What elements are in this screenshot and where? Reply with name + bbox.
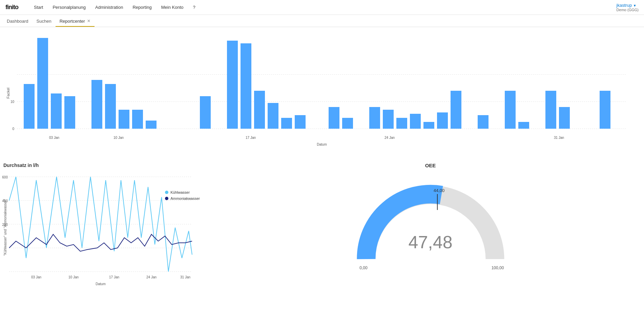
fackel-y-label: Fackel: [6, 88, 10, 99]
top-nav: finito Start Personalplanung Administrat…: [0, 0, 644, 15]
line-chart-title: Durchsatz in l/h: [3, 163, 210, 168]
legend-kuhlwasser-dot: [165, 191, 168, 194]
svg-text:100,00: 100,00: [491, 266, 504, 270]
svg-text:Datum: Datum: [317, 143, 327, 146]
svg-rect-17: [254, 91, 265, 129]
legend-ammoniakwasser: Ammoniakwasser: [165, 196, 200, 200]
user-sub: Demo (GGG): [617, 8, 639, 12]
bottom-row: Durchsatz in l/h "Kühlwasser" und "Ammon…: [0, 159, 644, 301]
svg-text:17 Jan: 17 Jan: [109, 275, 119, 279]
svg-rect-30: [478, 115, 489, 129]
nav-meinkonto[interactable]: Mein Konto: [157, 0, 188, 15]
svg-rect-27: [423, 122, 434, 129]
svg-rect-28: [437, 112, 448, 129]
line-chart-legend: Kühlwasser Ammoniakwasser: [165, 190, 200, 200]
svg-rect-6: [37, 38, 48, 129]
svg-rect-20: [295, 115, 306, 129]
tab-dashboard[interactable]: Dashboard: [3, 16, 33, 27]
legend-ammoniakwasser-dot: [165, 197, 168, 200]
svg-text:Datum: Datum: [96, 282, 105, 286]
svg-text:44,00: 44,00: [433, 188, 444, 193]
line-chart-y-label: "Kühlwasser" und "Ammoniakwasser": [3, 199, 7, 256]
svg-rect-26: [410, 114, 421, 129]
svg-rect-29: [451, 91, 461, 129]
svg-rect-8: [64, 96, 75, 129]
fackel-bar-chart: 0 10: [17, 34, 633, 149]
user-area[interactable]: jkastrup ▼ Demo (GGG): [617, 3, 639, 12]
legend-kuhlwasser-label: Kühlwasser: [170, 190, 190, 194]
nav-items: Start Personalplanung Administration Rep…: [29, 0, 617, 15]
fackel-chart-container: Fackel 0 10: [0, 27, 644, 159]
oee-title: OEE: [224, 163, 637, 168]
logo: finito: [5, 4, 18, 11]
oee-container: OEE 44,00: [217, 159, 644, 301]
gauge-container: 44,00 0,00 100,00 47,48: [224, 171, 637, 273]
svg-rect-11: [119, 110, 129, 129]
main-content: Fackel 0 10: [0, 27, 644, 301]
legend-kuhlwasser: Kühlwasser: [165, 190, 200, 194]
svg-text:17 Jan: 17 Jan: [246, 136, 256, 140]
tab-suchen[interactable]: Suchen: [33, 16, 56, 27]
svg-rect-24: [383, 110, 394, 129]
svg-rect-16: [241, 43, 251, 129]
svg-rect-25: [396, 118, 407, 129]
line-chart-container: Durchsatz in l/h "Kühlwasser" und "Ammon…: [0, 159, 217, 301]
svg-text:24 Jan: 24 Jan: [385, 136, 395, 140]
oee-value: 47,48: [408, 232, 452, 252]
svg-rect-13: [146, 121, 157, 129]
svg-rect-12: [132, 110, 143, 129]
svg-rect-35: [600, 91, 610, 129]
svg-text:31 Jan: 31 Jan: [180, 275, 190, 279]
svg-rect-19: [281, 118, 292, 129]
nav-reporting[interactable]: Reporting: [128, 0, 156, 15]
svg-rect-7: [51, 93, 62, 129]
svg-text:0,00: 0,00: [359, 266, 368, 270]
svg-rect-10: [105, 84, 116, 129]
svg-rect-5: [24, 84, 35, 129]
svg-rect-32: [518, 122, 529, 129]
svg-rect-14: [200, 96, 211, 129]
svg-text:03 Jan: 03 Jan: [49, 136, 59, 140]
svg-rect-21: [329, 107, 339, 129]
svg-rect-18: [268, 103, 278, 129]
user-chevron-icon: ▼: [633, 4, 637, 7]
svg-text:600: 600: [2, 175, 8, 179]
svg-text:0: 0: [12, 127, 14, 131]
nav-start[interactable]: Start: [29, 0, 48, 15]
tab-bar: Dashboard Suchen Reportcenter ✕: [0, 15, 644, 27]
svg-rect-9: [91, 80, 102, 129]
nav-administration[interactable]: Administration: [90, 0, 128, 15]
nav-help[interactable]: ?: [188, 0, 200, 15]
nav-personalplanung[interactable]: Personalplanung: [48, 0, 90, 15]
svg-rect-22: [342, 118, 353, 129]
tab-reportcenter-label: Reportcenter: [60, 19, 85, 24]
legend-ammoniakwasser-label: Ammoniakwasser: [170, 196, 200, 200]
svg-rect-33: [545, 91, 556, 129]
user-name: jkastrup: [617, 3, 632, 8]
svg-text:03 Jan: 03 Jan: [31, 275, 41, 279]
oee-gauge-svg: 44,00 0,00 100,00: [346, 171, 515, 273]
svg-rect-23: [369, 107, 380, 129]
svg-text:10: 10: [11, 100, 15, 104]
svg-text:10 Jan: 10 Jan: [68, 275, 79, 279]
svg-text:31 Jan: 31 Jan: [554, 136, 564, 140]
svg-rect-31: [505, 91, 516, 129]
tab-reportcenter[interactable]: Reportcenter ✕: [56, 16, 95, 27]
svg-rect-15: [227, 41, 238, 129]
fackel-chart-row: Fackel 0 10: [0, 27, 644, 159]
svg-rect-34: [559, 107, 570, 129]
line-chart-svg: 200 400 600 03 Jan 10 Jan 17 Jan 24 Jan …: [9, 170, 199, 285]
svg-text:10 Jan: 10 Jan: [113, 136, 124, 140]
svg-text:24 Jan: 24 Jan: [146, 275, 157, 279]
tab-close-icon[interactable]: ✕: [87, 19, 90, 23]
